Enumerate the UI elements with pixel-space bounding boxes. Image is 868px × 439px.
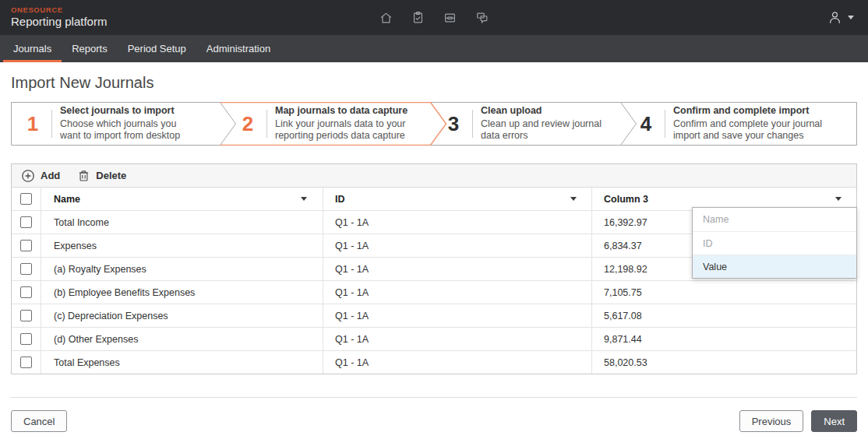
step-title: Clean upload: [481, 105, 619, 118]
tab-period-setup[interactable]: Period Setup: [118, 35, 196, 62]
step-number: 3: [441, 112, 466, 136]
step-description: Clean up and review journal data errors: [481, 118, 619, 142]
column-mapping-dropdown: Name ID Value: [692, 207, 857, 279]
row-checkbox[interactable]: [20, 356, 32, 368]
cell-id: Q1 - 1A: [323, 258, 592, 280]
inbox-icon[interactable]: [443, 11, 457, 25]
step-number: 4: [633, 112, 658, 136]
user-menu[interactable]: [827, 10, 868, 25]
cell-id: Q1 - 1A: [323, 234, 592, 257]
step-divider: [665, 110, 665, 138]
wizard-step-2: 2 Map journals to data capture Link your…: [235, 102, 422, 146]
cell-id: Q1 - 1A: [323, 281, 592, 304]
main-nav: Journals Reports Period Setup Administra…: [0, 35, 868, 62]
cell-name: (b) Employee Benefits Expenses: [41, 281, 323, 304]
plus-circle-icon: [21, 169, 35, 183]
add-button-label: Add: [41, 170, 60, 181]
row-checkbox[interactable]: [20, 216, 32, 228]
cell-value: 5,617.08: [592, 304, 856, 327]
page-title: Import New Journals: [11, 74, 857, 92]
top-header: ONESOURCE Reporting platform: [0, 0, 868, 35]
table-row: (c) Depreciation Expenses Q1 - 1A 5,617.…: [12, 304, 856, 327]
step-number: 1: [20, 112, 45, 136]
delete-button-label: Delete: [96, 170, 126, 181]
cell-name: Expenses: [41, 234, 323, 257]
row-checkbox[interactable]: [20, 333, 32, 345]
cell-name: Total Expenses: [41, 351, 323, 374]
step-description: Choose which journals you want to import…: [60, 118, 194, 142]
step-number: 2: [235, 112, 260, 136]
cell-name: (c) Depreciation Expenses: [41, 304, 323, 327]
cell-id: Q1 - 1A: [323, 328, 592, 350]
table-toolbar: Add Delete: [12, 164, 856, 188]
cell-id: Q1 - 1A: [323, 304, 592, 327]
dropdown-option-id[interactable]: ID: [693, 231, 856, 255]
step-divider: [266, 110, 267, 138]
cell-name: (a) Royalty Expenses: [41, 258, 323, 280]
cell-name: Total Income: [41, 211, 323, 234]
app-title: Reporting platform: [11, 16, 107, 29]
row-checkbox[interactable]: [20, 263, 32, 275]
column-label: ID: [335, 194, 345, 205]
app-root: ONESOURCE Reporting platform Jour: [0, 0, 868, 439]
chevron-down-icon: [848, 16, 854, 19]
tab-administration[interactable]: Administration: [196, 35, 281, 62]
dropdown-option-value[interactable]: Value: [693, 255, 856, 278]
footer-actions: Cancel Previous Next: [11, 410, 857, 432]
row-checkbox[interactable]: [20, 240, 32, 251]
step-title: Map journals to data capture: [275, 105, 422, 118]
cell-value: 9,871.44: [592, 328, 856, 350]
column-label: Name: [54, 194, 80, 205]
next-button[interactable]: Next: [811, 410, 857, 432]
column-header-name[interactable]: Name: [41, 188, 323, 210]
table-row: (d) Other Expenses Q1 - 1A 9,871.44: [12, 327, 856, 350]
cell-id: Q1 - 1A: [323, 351, 592, 374]
tasks-icon[interactable]: [411, 11, 425, 25]
step-title: Select journals to import: [60, 105, 194, 118]
table-row: (b) Employee Benefits Expenses Q1 - 1A 7…: [12, 280, 856, 304]
chat-icon[interactable]: [475, 11, 489, 25]
step-divider: [472, 110, 473, 138]
trash-icon: [77, 169, 90, 183]
tab-reports[interactable]: Reports: [62, 35, 118, 62]
user-icon: [827, 10, 842, 25]
row-checkbox[interactable]: [20, 286, 32, 298]
add-button[interactable]: Add: [21, 169, 60, 183]
column-caret-icon[interactable]: [301, 197, 307, 201]
select-all-checkbox[interactable]: [20, 193, 32, 205]
column-caret-icon[interactable]: [570, 197, 577, 201]
top-icon-bar: [379, 0, 489, 35]
column-caret-icon[interactable]: [835, 197, 842, 201]
previous-button[interactable]: Previous: [739, 410, 804, 432]
column-header-id[interactable]: ID: [323, 188, 592, 210]
wizard-step-1: 1 Select journals to import Choose which…: [20, 102, 194, 146]
cell-value: 58,020.53: [592, 351, 856, 374]
column-label: Column 3: [604, 194, 648, 205]
cell-name: (d) Other Expenses: [41, 328, 323, 350]
step-description: Confirm and complete your journal import…: [673, 118, 837, 142]
home-icon[interactable]: [379, 11, 393, 25]
cell-value: 7,105.75: [592, 281, 856, 304]
step-divider: [51, 110, 52, 138]
brand-block: ONESOURCE Reporting platform: [0, 6, 107, 29]
row-checkbox[interactable]: [20, 310, 32, 321]
wizard-step-3: 3 Clean upload Clean up and review journ…: [441, 102, 619, 146]
delete-button[interactable]: Delete: [77, 169, 126, 183]
cell-id: Q1 - 1A: [323, 211, 592, 234]
footer-divider: [11, 397, 857, 398]
step-description: Link your journals data to your reportin…: [275, 118, 422, 142]
wizard-stepper: 1 Select journals to import Choose which…: [11, 102, 857, 146]
step-title: Confirm and complete import: [673, 105, 837, 118]
dropdown-option-name[interactable]: Name: [693, 208, 856, 231]
wizard-step-4: 4 Confirm and complete import Confirm an…: [633, 102, 837, 146]
cancel-button[interactable]: Cancel: [11, 410, 67, 432]
tab-journals[interactable]: Journals: [3, 35, 62, 62]
brand-logo: ONESOURCE: [11, 6, 107, 14]
table-row: Total Expenses Q1 - 1A 58,020.53: [12, 350, 856, 374]
